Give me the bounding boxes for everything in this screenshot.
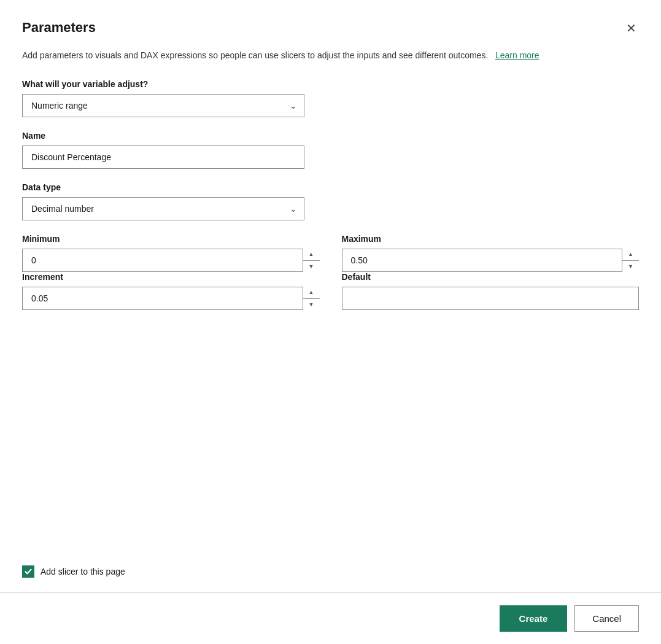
slicer-checkbox-label: Add slicer to this page xyxy=(41,567,125,576)
slicer-checkbox-row: Add slicer to this page xyxy=(22,565,639,578)
data-type-group: Data type Decimal number Whole number Fi… xyxy=(22,182,639,220)
minimum-input-wrapper: ▲ ▼ xyxy=(22,249,320,272)
maximum-group: Maximum ▲ ▼ xyxy=(342,234,640,272)
maximum-increment-button[interactable]: ▲ xyxy=(622,249,639,261)
data-type-select-wrapper: Decimal number Whole number Fixed decima… xyxy=(22,197,304,220)
create-button[interactable]: Create xyxy=(500,605,568,632)
default-input[interactable] xyxy=(342,287,640,310)
variable-select[interactable]: Numeric range List of values Date range xyxy=(22,94,304,117)
min-max-row: Minimum ▲ ▼ Maximum ▲ ▼ xyxy=(22,234,639,272)
maximum-label: Maximum xyxy=(342,234,640,244)
increment-decrement-button[interactable]: ▼ xyxy=(303,299,320,311)
name-label: Name xyxy=(22,131,639,141)
minimum-label: Minimum xyxy=(22,234,320,244)
variable-group: What will your variable adjust? Numeric … xyxy=(22,79,639,117)
increment-group: Increment ▲ ▼ xyxy=(22,272,320,310)
default-group: Default xyxy=(342,272,640,310)
default-label: Default xyxy=(342,272,640,282)
slicer-section: Add slicer to this page xyxy=(0,565,661,592)
close-icon: ✕ xyxy=(626,21,636,35)
minimum-spin-buttons: ▲ ▼ xyxy=(303,249,320,272)
minimum-group: Minimum ▲ ▼ xyxy=(22,234,320,272)
maximum-input[interactable] xyxy=(342,249,640,272)
name-group: Name xyxy=(22,131,639,169)
maximum-decrement-button[interactable]: ▼ xyxy=(622,261,639,273)
increment-input[interactable] xyxy=(22,287,320,310)
minimum-decrement-button[interactable]: ▼ xyxy=(303,261,320,273)
description-text: Add parameters to visuals and DAX expres… xyxy=(22,49,639,62)
parameters-dialog: Parameters ✕ Add parameters to visuals a… xyxy=(0,0,661,644)
increment-increment-button[interactable]: ▲ xyxy=(303,287,320,299)
learn-more-link[interactable]: Learn more xyxy=(495,50,539,60)
variable-label: What will your variable adjust? xyxy=(22,79,639,89)
increment-default-row: Increment ▲ ▼ Default xyxy=(22,272,639,310)
increment-spin-buttons: ▲ ▼ xyxy=(303,287,320,310)
data-type-label: Data type xyxy=(22,182,639,192)
dialog-title: Parameters xyxy=(22,20,96,36)
close-button[interactable]: ✕ xyxy=(624,20,639,37)
maximum-input-wrapper: ▲ ▼ xyxy=(342,249,640,272)
slicer-checkbox[interactable] xyxy=(22,565,34,578)
maximum-spin-buttons: ▲ ▼ xyxy=(622,249,639,272)
minimum-increment-button[interactable]: ▲ xyxy=(303,249,320,261)
data-type-select[interactable]: Decimal number Whole number Fixed decima… xyxy=(22,197,304,220)
cancel-button[interactable]: Cancel xyxy=(574,605,639,632)
minimum-input[interactable] xyxy=(22,249,320,272)
name-input[interactable] xyxy=(22,145,304,169)
variable-select-wrapper: Numeric range List of values Date range … xyxy=(22,94,304,117)
increment-label: Increment xyxy=(22,272,320,282)
dialog-footer: Create Cancel xyxy=(0,593,661,644)
dialog-body: Parameters ✕ Add parameters to visuals a… xyxy=(0,0,661,565)
increment-input-wrapper: ▲ ▼ xyxy=(22,287,320,310)
default-input-wrapper xyxy=(342,287,640,310)
dialog-header: Parameters ✕ xyxy=(22,20,639,37)
checkmark-icon xyxy=(25,568,32,575)
